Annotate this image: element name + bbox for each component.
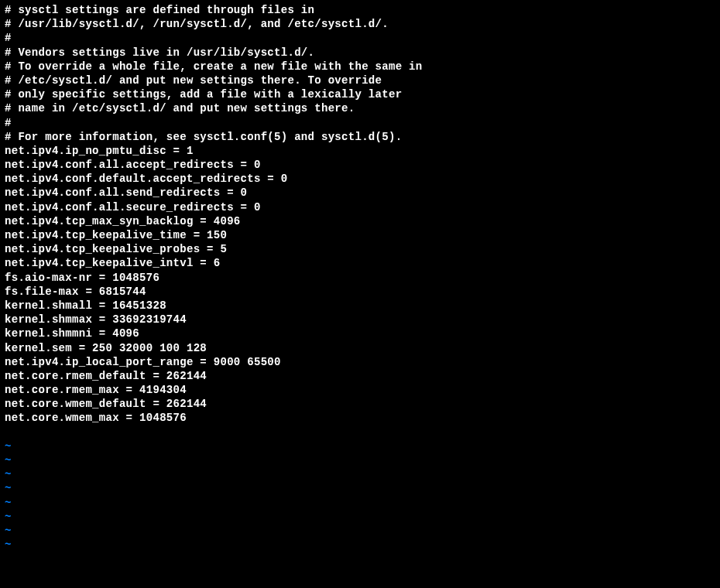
file-line[interactable]: # bbox=[5, 31, 715, 45]
editor-text-area[interactable]: # sysctl settings are defined through fi… bbox=[5, 3, 715, 552]
file-line[interactable]: # bbox=[5, 116, 715, 130]
file-line[interactable]: # To override a whole file, create a new… bbox=[5, 60, 715, 74]
empty-line-marker: ~ bbox=[5, 496, 715, 510]
file-line[interactable]: # For more information, see sysctl.conf(… bbox=[5, 130, 715, 144]
file-line[interactable]: # /etc/sysctl.d/ and put new settings th… bbox=[5, 74, 715, 87]
file-line[interactable]: net.ipv4.conf.all.send_redirects = 0 bbox=[5, 186, 715, 200]
file-line[interactable]: # sysctl settings are defined through fi… bbox=[5, 3, 715, 17]
empty-line-marker: ~ bbox=[5, 453, 715, 467]
file-line[interactable]: # Vendors settings live in /usr/lib/sysc… bbox=[5, 46, 715, 60]
file-line[interactable]: net.core.rmem_max = 4194304 bbox=[5, 383, 715, 397]
file-line[interactable]: fs.aio-max-nr = 1048576 bbox=[5, 271, 715, 285]
file-line[interactable]: net.ipv4.ip_no_pmtu_disc = 1 bbox=[5, 144, 715, 158]
file-line[interactable]: fs.file-max = 6815744 bbox=[5, 285, 715, 299]
empty-line-marker: ~ bbox=[5, 467, 715, 481]
file-line[interactable]: net.ipv4.ip_local_port_range = 9000 6550… bbox=[5, 355, 715, 369]
empty-line-marker: ~ bbox=[5, 538, 715, 552]
empty-line-marker: ~ bbox=[5, 510, 715, 524]
empty-line-marker: ~ bbox=[5, 481, 715, 495]
file-line[interactable]: net.ipv4.conf.all.accept_redirects = 0 bbox=[5, 158, 715, 172]
file-line[interactable]: kernel.shmall = 16451328 bbox=[5, 299, 715, 313]
file-line[interactable]: net.core.wmem_default = 262144 bbox=[5, 397, 715, 411]
file-line[interactable]: kernel.shmmax = 33692319744 bbox=[5, 313, 715, 326]
file-line[interactable]: net.ipv4.tcp_keepalive_probes = 5 bbox=[5, 242, 715, 256]
empty-line-marker: ~ bbox=[5, 524, 715, 538]
file-line[interactable]: net.ipv4.conf.all.secure_redirects = 0 bbox=[5, 200, 715, 214]
file-line-empty[interactable] bbox=[5, 426, 715, 439]
file-line[interactable]: # name in /etc/sysctl.d/ and put new set… bbox=[5, 101, 715, 115]
empty-line-marker: ~ bbox=[5, 439, 715, 453]
file-line[interactable]: # /usr/lib/sysctl.d/, /run/sysctl.d/, an… bbox=[5, 17, 715, 31]
file-line[interactable]: net.core.wmem_max = 1048576 bbox=[5, 411, 715, 425]
file-line[interactable]: # only specific settings, add a file wit… bbox=[5, 87, 715, 101]
file-line[interactable]: net.ipv4.tcp_keepalive_intvl = 6 bbox=[5, 256, 715, 270]
file-line[interactable]: kernel.sem = 250 32000 100 128 bbox=[5, 341, 715, 355]
file-line[interactable]: net.ipv4.conf.default.accept_redirects =… bbox=[5, 172, 715, 186]
file-line[interactable]: net.ipv4.tcp_max_syn_backlog = 4096 bbox=[5, 214, 715, 228]
file-line[interactable]: kernel.shmmni = 4096 bbox=[5, 326, 715, 340]
file-line[interactable]: net.ipv4.tcp_keepalive_time = 150 bbox=[5, 228, 715, 242]
file-line[interactable]: net.core.rmem_default = 262144 bbox=[5, 369, 715, 383]
